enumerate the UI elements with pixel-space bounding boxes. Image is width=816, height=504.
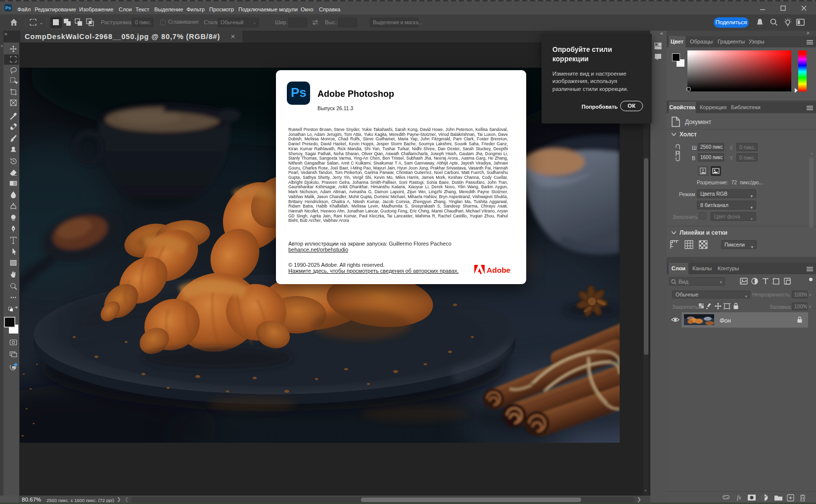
svg-text:Adobe: Adobe [487,266,511,274]
svg-text:fx: fx [737,494,741,501]
